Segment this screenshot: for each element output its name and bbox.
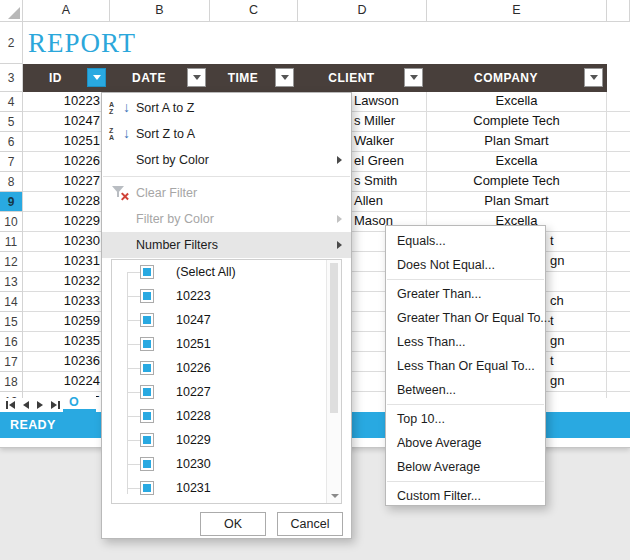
- scroll-down-icon[interactable]: [331, 494, 339, 498]
- checkbox-checked-icon[interactable]: [140, 313, 154, 327]
- filter-dropdown-button[interactable]: [404, 68, 423, 87]
- submenu-item[interactable]: Between...: [386, 378, 545, 402]
- filter-menu-item[interactable]: Clear Filter: [102, 180, 351, 206]
- submenu-item[interactable]: Below Average: [386, 455, 545, 479]
- submenu-item[interactable]: Does Not Equal...: [386, 253, 545, 277]
- filter-value-item[interactable]: (Select All): [112, 260, 341, 284]
- scrollbar-thumb[interactable]: [330, 263, 338, 413]
- filter-menu-item[interactable]: ZA Sort Z to A: [102, 121, 351, 147]
- row-number[interactable]: 15: [0, 312, 22, 332]
- row-number[interactable]: 8: [0, 172, 22, 192]
- filter-value-item[interactable]: 10229: [112, 428, 341, 452]
- next-sheet-button[interactable]: [37, 401, 43, 409]
- cell-company[interactable]: Excella: [427, 152, 607, 171]
- filter-value-item[interactable]: 10223: [112, 284, 341, 308]
- row-number[interactable]: 11: [0, 232, 22, 252]
- filter-value-item[interactable]: 10227: [112, 380, 341, 404]
- column-letter[interactable]: D: [298, 0, 427, 21]
- checkbox-checked-icon[interactable]: [140, 481, 154, 495]
- filter-dropdown-button-active[interactable]: [87, 68, 106, 87]
- filter-value-item[interactable]: 10232: [112, 500, 341, 504]
- filter-value-item[interactable]: 10231: [112, 476, 341, 500]
- cell-company[interactable]: Complete Tech: [427, 112, 607, 131]
- row-number[interactable]: 18: [0, 372, 22, 392]
- checkbox-checked-icon[interactable]: [140, 289, 154, 303]
- cell-company[interactable]: Excella: [427, 92, 607, 111]
- submenu-item[interactable]: Above Average: [386, 431, 545, 455]
- previous-sheet-button[interactable]: [23, 401, 29, 409]
- checkbox-checked-icon[interactable]: [140, 337, 154, 351]
- table-column-label: ID: [49, 71, 62, 85]
- row-number-selected[interactable]: 9: [0, 192, 22, 212]
- cell-id[interactable]: 10235: [23, 332, 110, 351]
- active-sheet-tab[interactable]: O: [63, 394, 96, 412]
- cell-id[interactable]: 10227: [23, 172, 110, 191]
- column-letter[interactable]: C: [210, 0, 298, 21]
- cell-id[interactable]: 10233: [23, 292, 110, 311]
- cancel-button[interactable]: Cancel: [277, 512, 343, 536]
- checkbox-checked-icon[interactable]: [140, 265, 154, 279]
- filter-value-item[interactable]: 10230: [112, 452, 341, 476]
- column-letter[interactable]: E: [427, 0, 607, 21]
- cell-id[interactable]: 10228: [23, 192, 110, 211]
- row-number[interactable]: 10: [0, 212, 22, 232]
- filter-dropdown-button[interactable]: [275, 68, 294, 87]
- submenu-item[interactable]: Top 10...: [386, 407, 545, 431]
- row-number[interactable]: 12: [0, 252, 22, 272]
- row-number[interactable]: 4: [0, 92, 22, 112]
- row-number[interactable]: 6: [0, 132, 22, 152]
- cell-id[interactable]: 10224: [23, 372, 110, 391]
- ok-button[interactable]: OK: [200, 512, 266, 536]
- chevron-down-icon: [193, 75, 201, 80]
- checkbox-checked-icon[interactable]: [140, 385, 154, 399]
- submenu-item[interactable]: Greater Than...: [386, 282, 545, 306]
- cell-id[interactable]: 10229: [23, 212, 110, 231]
- cell-company[interactable]: Plan Smart: [427, 192, 607, 211]
- row-number[interactable]: 2: [0, 22, 22, 64]
- cell-id[interactable]: 10251: [23, 132, 110, 151]
- listbox-scrollbar[interactable]: [326, 260, 341, 503]
- row-number[interactable]: 17: [0, 352, 22, 372]
- cell-id[interactable]: 10259: [23, 312, 110, 331]
- submenu-item[interactable]: Less Than...: [386, 330, 545, 354]
- filter-value-item[interactable]: 10247: [112, 308, 341, 332]
- cell-id[interactable]: 10231: [23, 252, 110, 271]
- submenu-item[interactable]: Less Than Or Equal To...: [386, 354, 545, 378]
- filter-menu-item[interactable]: Filter by Color: [102, 206, 351, 232]
- row-number[interactable]: 5: [0, 112, 22, 132]
- checkbox-checked-icon[interactable]: [140, 433, 154, 447]
- checkbox-checked-icon[interactable]: [140, 409, 154, 423]
- submenu-item[interactable]: Equals...: [386, 229, 545, 253]
- checkbox-checked-icon[interactable]: [140, 361, 154, 375]
- filter-value-item[interactable]: 10226: [112, 356, 341, 380]
- row-number[interactable]: 16: [0, 332, 22, 352]
- cell-id[interactable]: 10223: [23, 92, 110, 111]
- filter-dropdown-button[interactable]: [187, 68, 206, 87]
- row-number[interactable]: 3: [0, 64, 22, 92]
- filter-menu-item[interactable]: Sort by Color: [102, 147, 351, 173]
- column-letter[interactable]: B: [110, 0, 210, 21]
- cell-extra: [607, 192, 630, 211]
- column-letter[interactable]: A: [23, 0, 110, 21]
- cell-id[interactable]: 10230: [23, 232, 110, 251]
- checkbox-checked-icon[interactable]: [140, 457, 154, 471]
- filter-value-item[interactable]: 10228: [112, 404, 341, 428]
- last-sheet-button[interactable]: [51, 401, 60, 409]
- first-sheet-button[interactable]: [6, 401, 15, 409]
- cell-company[interactable]: Complete Tech: [427, 172, 607, 191]
- cell-id[interactable]: 10232: [23, 272, 110, 291]
- select-all-corner[interactable]: [0, 0, 23, 21]
- filter-menu-item[interactable]: Number Filters: [102, 232, 351, 258]
- filter-menu-item[interactable]: AZ Sort A to Z: [102, 95, 351, 121]
- filter-dropdown-button[interactable]: [584, 68, 603, 87]
- submenu-item[interactable]: Greater Than Or Equal To...: [386, 306, 545, 330]
- cell-id[interactable]: 10247: [23, 112, 110, 131]
- row-number[interactable]: 13: [0, 272, 22, 292]
- cell-id[interactable]: 10226: [23, 152, 110, 171]
- cell-id[interactable]: 10236: [23, 352, 110, 371]
- cell-company[interactable]: Plan Smart: [427, 132, 607, 151]
- filter-value-item[interactable]: 10251: [112, 332, 341, 356]
- row-number[interactable]: 14: [0, 292, 22, 312]
- row-number[interactable]: 7: [0, 152, 22, 172]
- submenu-item[interactable]: Custom Filter...: [386, 484, 545, 508]
